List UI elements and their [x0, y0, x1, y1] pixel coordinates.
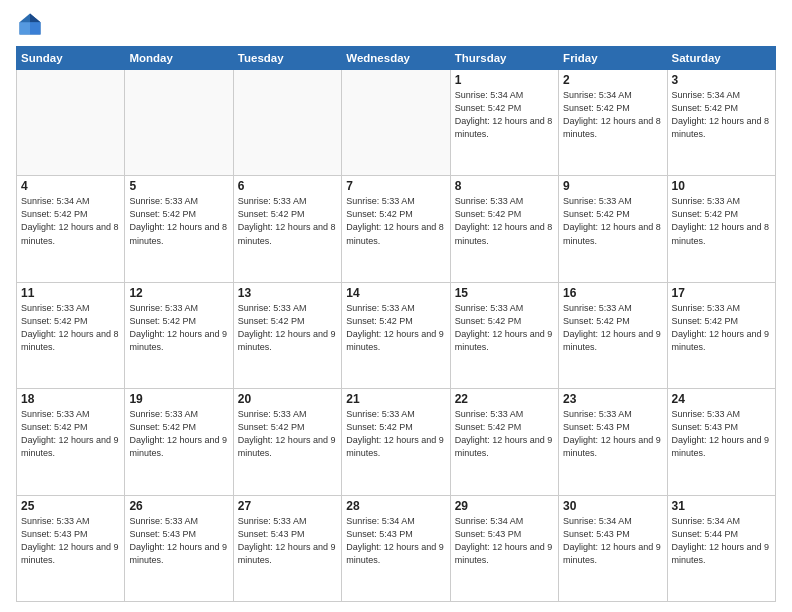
calendar-day-cell: 19Sunrise: 5:33 AM Sunset: 5:42 PM Dayli… — [125, 389, 233, 495]
day-info: Sunrise: 5:33 AM Sunset: 5:42 PM Dayligh… — [129, 302, 228, 354]
calendar-day-cell: 16Sunrise: 5:33 AM Sunset: 5:42 PM Dayli… — [559, 282, 667, 388]
day-info: Sunrise: 5:33 AM Sunset: 5:42 PM Dayligh… — [21, 408, 120, 460]
day-number: 10 — [672, 179, 771, 193]
day-number: 14 — [346, 286, 445, 300]
calendar-day-cell: 8Sunrise: 5:33 AM Sunset: 5:42 PM Daylig… — [450, 176, 558, 282]
day-number: 4 — [21, 179, 120, 193]
col-wednesday: Wednesday — [342, 47, 450, 70]
calendar-week-row: 4Sunrise: 5:34 AM Sunset: 5:42 PM Daylig… — [17, 176, 776, 282]
day-number: 28 — [346, 499, 445, 513]
day-info: Sunrise: 5:33 AM Sunset: 5:43 PM Dayligh… — [21, 515, 120, 567]
day-info: Sunrise: 5:33 AM Sunset: 5:42 PM Dayligh… — [238, 302, 337, 354]
day-info: Sunrise: 5:34 AM Sunset: 5:42 PM Dayligh… — [455, 89, 554, 141]
day-number: 12 — [129, 286, 228, 300]
calendar-day-cell: 5Sunrise: 5:33 AM Sunset: 5:42 PM Daylig… — [125, 176, 233, 282]
calendar-week-row: 11Sunrise: 5:33 AM Sunset: 5:42 PM Dayli… — [17, 282, 776, 388]
day-number: 31 — [672, 499, 771, 513]
day-info: Sunrise: 5:33 AM Sunset: 5:42 PM Dayligh… — [238, 408, 337, 460]
day-info: Sunrise: 5:33 AM Sunset: 5:42 PM Dayligh… — [563, 302, 662, 354]
page: Sunday Monday Tuesday Wednesday Thursday… — [0, 0, 792, 612]
calendar-day-cell — [125, 70, 233, 176]
day-number: 9 — [563, 179, 662, 193]
day-number: 16 — [563, 286, 662, 300]
svg-marker-1 — [30, 14, 41, 23]
col-tuesday: Tuesday — [233, 47, 341, 70]
calendar-week-row: 25Sunrise: 5:33 AM Sunset: 5:43 PM Dayli… — [17, 495, 776, 601]
day-info: Sunrise: 5:34 AM Sunset: 5:44 PM Dayligh… — [672, 515, 771, 567]
calendar-day-cell — [342, 70, 450, 176]
day-number: 15 — [455, 286, 554, 300]
day-number: 11 — [21, 286, 120, 300]
day-info: Sunrise: 5:33 AM Sunset: 5:42 PM Dayligh… — [672, 195, 771, 247]
calendar-day-cell: 30Sunrise: 5:34 AM Sunset: 5:43 PM Dayli… — [559, 495, 667, 601]
day-info: Sunrise: 5:33 AM Sunset: 5:42 PM Dayligh… — [455, 195, 554, 247]
header — [16, 10, 776, 38]
col-friday: Friday — [559, 47, 667, 70]
day-info: Sunrise: 5:33 AM Sunset: 5:42 PM Dayligh… — [346, 408, 445, 460]
svg-marker-2 — [30, 22, 41, 34]
col-thursday: Thursday — [450, 47, 558, 70]
calendar-day-cell: 23Sunrise: 5:33 AM Sunset: 5:43 PM Dayli… — [559, 389, 667, 495]
calendar-day-cell: 4Sunrise: 5:34 AM Sunset: 5:42 PM Daylig… — [17, 176, 125, 282]
day-info: Sunrise: 5:33 AM Sunset: 5:43 PM Dayligh… — [129, 515, 228, 567]
calendar-week-row: 18Sunrise: 5:33 AM Sunset: 5:42 PM Dayli… — [17, 389, 776, 495]
day-number: 23 — [563, 392, 662, 406]
calendar-day-cell: 18Sunrise: 5:33 AM Sunset: 5:42 PM Dayli… — [17, 389, 125, 495]
calendar-day-cell: 7Sunrise: 5:33 AM Sunset: 5:42 PM Daylig… — [342, 176, 450, 282]
day-number: 29 — [455, 499, 554, 513]
day-number: 19 — [129, 392, 228, 406]
calendar-day-cell: 24Sunrise: 5:33 AM Sunset: 5:43 PM Dayli… — [667, 389, 775, 495]
day-info: Sunrise: 5:34 AM Sunset: 5:42 PM Dayligh… — [563, 89, 662, 141]
calendar-day-cell: 21Sunrise: 5:33 AM Sunset: 5:42 PM Dayli… — [342, 389, 450, 495]
day-number: 26 — [129, 499, 228, 513]
day-info: Sunrise: 5:34 AM Sunset: 5:43 PM Dayligh… — [455, 515, 554, 567]
calendar-day-cell: 2Sunrise: 5:34 AM Sunset: 5:42 PM Daylig… — [559, 70, 667, 176]
col-saturday: Saturday — [667, 47, 775, 70]
day-number: 5 — [129, 179, 228, 193]
calendar-table: Sunday Monday Tuesday Wednesday Thursday… — [16, 46, 776, 602]
day-number: 25 — [21, 499, 120, 513]
calendar-day-cell: 6Sunrise: 5:33 AM Sunset: 5:42 PM Daylig… — [233, 176, 341, 282]
calendar-day-cell: 27Sunrise: 5:33 AM Sunset: 5:43 PM Dayli… — [233, 495, 341, 601]
calendar-day-cell: 9Sunrise: 5:33 AM Sunset: 5:42 PM Daylig… — [559, 176, 667, 282]
day-info: Sunrise: 5:33 AM Sunset: 5:43 PM Dayligh… — [672, 408, 771, 460]
day-number: 22 — [455, 392, 554, 406]
calendar-week-row: 1Sunrise: 5:34 AM Sunset: 5:42 PM Daylig… — [17, 70, 776, 176]
day-number: 24 — [672, 392, 771, 406]
calendar-day-cell — [17, 70, 125, 176]
day-info: Sunrise: 5:34 AM Sunset: 5:42 PM Dayligh… — [21, 195, 120, 247]
day-number: 2 — [563, 73, 662, 87]
day-info: Sunrise: 5:33 AM Sunset: 5:42 PM Dayligh… — [129, 408, 228, 460]
calendar-day-cell — [233, 70, 341, 176]
logo-icon — [16, 10, 44, 38]
calendar-day-cell: 31Sunrise: 5:34 AM Sunset: 5:44 PM Dayli… — [667, 495, 775, 601]
day-number: 8 — [455, 179, 554, 193]
svg-marker-3 — [20, 22, 31, 34]
day-number: 7 — [346, 179, 445, 193]
calendar-day-cell: 15Sunrise: 5:33 AM Sunset: 5:42 PM Dayli… — [450, 282, 558, 388]
day-info: Sunrise: 5:33 AM Sunset: 5:42 PM Dayligh… — [346, 195, 445, 247]
calendar-day-cell: 20Sunrise: 5:33 AM Sunset: 5:42 PM Dayli… — [233, 389, 341, 495]
day-info: Sunrise: 5:33 AM Sunset: 5:42 PM Dayligh… — [21, 302, 120, 354]
day-info: Sunrise: 5:33 AM Sunset: 5:42 PM Dayligh… — [672, 302, 771, 354]
logo — [16, 10, 48, 38]
day-info: Sunrise: 5:33 AM Sunset: 5:42 PM Dayligh… — [238, 195, 337, 247]
day-info: Sunrise: 5:33 AM Sunset: 5:42 PM Dayligh… — [129, 195, 228, 247]
day-number: 1 — [455, 73, 554, 87]
calendar-header-row: Sunday Monday Tuesday Wednesday Thursday… — [17, 47, 776, 70]
day-number: 27 — [238, 499, 337, 513]
calendar-day-cell: 29Sunrise: 5:34 AM Sunset: 5:43 PM Dayli… — [450, 495, 558, 601]
day-number: 13 — [238, 286, 337, 300]
col-sunday: Sunday — [17, 47, 125, 70]
day-number: 20 — [238, 392, 337, 406]
calendar-day-cell: 1Sunrise: 5:34 AM Sunset: 5:42 PM Daylig… — [450, 70, 558, 176]
calendar-day-cell: 12Sunrise: 5:33 AM Sunset: 5:42 PM Dayli… — [125, 282, 233, 388]
day-number: 21 — [346, 392, 445, 406]
calendar-day-cell: 28Sunrise: 5:34 AM Sunset: 5:43 PM Dayli… — [342, 495, 450, 601]
day-number: 6 — [238, 179, 337, 193]
day-info: Sunrise: 5:33 AM Sunset: 5:43 PM Dayligh… — [563, 408, 662, 460]
calendar-day-cell: 17Sunrise: 5:33 AM Sunset: 5:42 PM Dayli… — [667, 282, 775, 388]
calendar-day-cell: 10Sunrise: 5:33 AM Sunset: 5:42 PM Dayli… — [667, 176, 775, 282]
calendar-day-cell: 3Sunrise: 5:34 AM Sunset: 5:42 PM Daylig… — [667, 70, 775, 176]
calendar-day-cell: 13Sunrise: 5:33 AM Sunset: 5:42 PM Dayli… — [233, 282, 341, 388]
